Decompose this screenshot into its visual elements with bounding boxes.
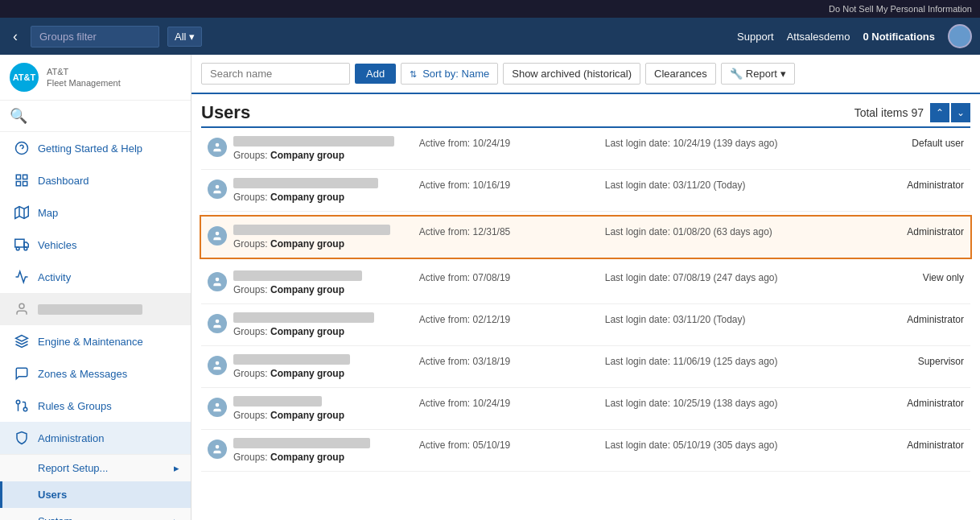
sidebar-sub-nav: Report Setup... Users System... About bbox=[0, 454, 191, 520]
user-role: View only bbox=[883, 270, 964, 283]
do-not-sell-text[interactable]: Do Not Sell My Personal Information bbox=[829, 4, 972, 14]
user-avatar-icon bbox=[208, 440, 227, 459]
user-row[interactable]: Groups: Company group Active from: 02/12… bbox=[201, 304, 970, 346]
svg-rect-9 bbox=[15, 239, 24, 247]
user-row[interactable]: Groups: Company group Active from: 12/31… bbox=[200, 215, 972, 259]
sidebar-item-rules-groups[interactable]: Rules & Groups bbox=[0, 390, 191, 422]
svg-point-21 bbox=[216, 320, 220, 324]
user-groups: Groups: Company group bbox=[233, 192, 419, 203]
sidebar: AT&T AT&T Fleet Management 🔍 Getting Sta… bbox=[0, 55, 191, 520]
user-row[interactable]: Groups: Company group Active from: 10/16… bbox=[201, 170, 970, 212]
user-active-date: Active from: 10/16/19 bbox=[419, 178, 605, 191]
user-role: Administrator bbox=[883, 396, 964, 409]
user-last-login: Last login date: 01/08/20 (63 days ago) bbox=[605, 225, 883, 237]
total-count: Total items 97 ⌃ ⌄ bbox=[854, 103, 970, 122]
user-info: Groups: Company group bbox=[233, 270, 419, 295]
chevron-right-icon bbox=[174, 462, 179, 474]
archive-button[interactable]: Show archived (historical) bbox=[503, 63, 640, 85]
sidebar-item-label-activity: Activity bbox=[38, 271, 71, 283]
sidebar-logo: AT&T AT&T Fleet Management bbox=[0, 55, 191, 101]
clearances-button[interactable]: Clearances bbox=[645, 63, 716, 85]
user-name-bar bbox=[233, 225, 390, 235]
collapse-button[interactable]: ⌃ bbox=[930, 103, 949, 122]
user-info: Groups: Company group bbox=[233, 178, 419, 203]
user-avatar-icon bbox=[208, 356, 227, 375]
layout: AT&T AT&T Fleet Management 🔍 Getting Sta… bbox=[0, 55, 980, 520]
svg-rect-3 bbox=[23, 175, 27, 179]
user-role: Administrator bbox=[883, 312, 964, 325]
groups-filter-input[interactable] bbox=[31, 26, 159, 47]
top-bar: Do Not Sell My Personal Information bbox=[0, 0, 980, 18]
svg-rect-2 bbox=[16, 175, 20, 179]
rules-icon bbox=[14, 398, 30, 414]
sidebar-item-map[interactable]: Map bbox=[0, 196, 191, 229]
sidebar-item-label-map: Map bbox=[38, 207, 58, 219]
user-info: Groups: Company group bbox=[233, 396, 419, 421]
user-role: Default user bbox=[883, 136, 964, 149]
user-row[interactable]: Groups: Company group Active from: 10/24… bbox=[201, 128, 970, 170]
sidebar-item-dashboard[interactable]: Dashboard bbox=[0, 164, 191, 196]
svg-point-11 bbox=[16, 247, 19, 250]
search-input[interactable] bbox=[201, 63, 350, 85]
user-groups: Groups: Company group bbox=[233, 150, 419, 161]
sidebar-sub-item-report-setup[interactable]: Report Setup... bbox=[0, 455, 191, 481]
user-last-login: Last login date: 11/06/19 (125 days ago) bbox=[605, 354, 883, 367]
user-name-bar bbox=[233, 438, 370, 448]
user-avatar-icon bbox=[208, 314, 227, 333]
person-icon bbox=[14, 301, 30, 317]
sidebar-item-blurred bbox=[0, 293, 191, 325]
svg-point-13 bbox=[19, 303, 24, 308]
sort-icon bbox=[410, 68, 419, 80]
sidebar-item-getting-started[interactable]: Getting Started & Help bbox=[0, 132, 191, 164]
user-avatar-icon bbox=[208, 180, 227, 199]
user-active-date: Active from: 10/24/19 bbox=[419, 396, 605, 409]
user-info: Groups: Company group bbox=[233, 136, 419, 161]
sidebar-item-activity[interactable]: Activity bbox=[0, 261, 191, 293]
user-avatar-icon bbox=[208, 226, 227, 246]
att-logo-icon: AT&T bbox=[10, 63, 39, 92]
sort-label: Sort by: Name bbox=[422, 68, 489, 80]
report-label: Report bbox=[746, 68, 777, 80]
sidebar-sub-item-users[interactable]: Users bbox=[0, 481, 191, 508]
sidebar-item-administration[interactable]: Administration bbox=[0, 422, 191, 454]
all-dropdown[interactable]: All bbox=[167, 27, 202, 47]
user-groups: Groups: Company group bbox=[233, 284, 419, 295]
svg-point-15 bbox=[16, 400, 20, 404]
dashboard-icon bbox=[14, 172, 30, 188]
user-last-login: Last login date: 10/24/19 (139 days ago) bbox=[605, 136, 883, 149]
chevron-down-icon bbox=[189, 31, 195, 43]
svg-point-22 bbox=[216, 361, 220, 365]
sidebar-sub-item-system[interactable]: System... bbox=[0, 508, 191, 520]
svg-rect-5 bbox=[16, 182, 20, 186]
support-link[interactable]: Support bbox=[737, 31, 774, 43]
sidebar-item-engine-maintenance[interactable]: Engine & Maintenance bbox=[0, 325, 191, 357]
back-button[interactable]: ‹ bbox=[8, 25, 23, 48]
user-row[interactable]: Groups: Company group Active from: 10/24… bbox=[201, 388, 970, 430]
user-groups: Groups: Company group bbox=[233, 452, 419, 463]
user-last-login: Last login date: 03/11/20 (Today) bbox=[605, 178, 883, 191]
user-name-bar bbox=[233, 396, 322, 407]
user-row[interactable]: Groups: Company group Active from: 03/18… bbox=[201, 346, 970, 388]
sidebar-item-zones-messages[interactable]: Zones & Messages bbox=[0, 357, 191, 390]
user-avatar-icon bbox=[208, 272, 227, 291]
user-active-date: Active from: 02/12/19 bbox=[419, 312, 605, 325]
total-count-text: Total items 97 bbox=[854, 106, 924, 119]
sidebar-search-icon[interactable]: 🔍 bbox=[10, 108, 27, 124]
user-row[interactable]: Groups: Company group Active from: 05/10… bbox=[201, 430, 970, 472]
user-row[interactable]: Groups: Company group Active from: 07/08… bbox=[201, 262, 970, 304]
add-button[interactable]: Add bbox=[355, 64, 396, 84]
svg-rect-4 bbox=[23, 182, 27, 186]
expand-button[interactable]: ⌄ bbox=[951, 103, 970, 122]
sidebar-item-vehicles[interactable]: Vehicles bbox=[0, 229, 191, 261]
user-role: Supervisor bbox=[883, 354, 964, 367]
avatar[interactable] bbox=[948, 24, 972, 48]
sidebar-nav: Getting Started & Help Dashboard Map Veh… bbox=[0, 132, 191, 454]
user-active-date: Active from: 05/10/19 bbox=[419, 438, 605, 451]
users-label: Users bbox=[38, 489, 67, 501]
notifications-button[interactable]: 0 Notifications bbox=[863, 31, 935, 43]
nav-right: Support Attsalesdemo 0 Notifications bbox=[737, 24, 972, 48]
report-button[interactable]: 🔧 Report bbox=[721, 63, 795, 85]
sort-button[interactable]: Sort by: Name bbox=[401, 63, 498, 85]
user-groups: Groups: Company group bbox=[233, 326, 419, 337]
report-chevron-icon bbox=[780, 68, 786, 80]
